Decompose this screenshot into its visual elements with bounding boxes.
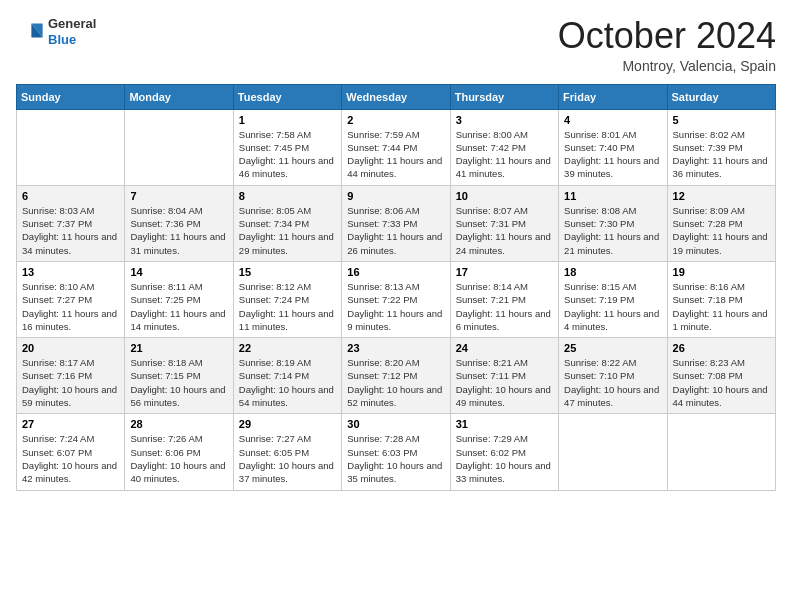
day-number: 28 bbox=[130, 418, 227, 430]
day-number: 25 bbox=[564, 342, 661, 354]
day-info: Sunrise: 7:27 AMSunset: 6:05 PMDaylight:… bbox=[239, 432, 336, 485]
day-number: 3 bbox=[456, 114, 553, 126]
calendar-week-row: 20Sunrise: 8:17 AMSunset: 7:16 PMDayligh… bbox=[17, 338, 776, 414]
day-info: Sunrise: 7:29 AMSunset: 6:02 PMDaylight:… bbox=[456, 432, 553, 485]
day-info: Sunrise: 7:26 AMSunset: 6:06 PMDaylight:… bbox=[130, 432, 227, 485]
calendar-cell: 25Sunrise: 8:22 AMSunset: 7:10 PMDayligh… bbox=[559, 338, 667, 414]
day-number: 31 bbox=[456, 418, 553, 430]
day-number: 20 bbox=[22, 342, 119, 354]
calendar-cell: 16Sunrise: 8:13 AMSunset: 7:22 PMDayligh… bbox=[342, 261, 450, 337]
day-number: 4 bbox=[564, 114, 661, 126]
calendar-cell: 8Sunrise: 8:05 AMSunset: 7:34 PMDaylight… bbox=[233, 185, 341, 261]
calendar-header-row: SundayMondayTuesdayWednesdayThursdayFrid… bbox=[17, 84, 776, 109]
calendar-cell: 31Sunrise: 7:29 AMSunset: 6:02 PMDayligh… bbox=[450, 414, 558, 490]
day-info: Sunrise: 8:14 AMSunset: 7:21 PMDaylight:… bbox=[456, 280, 553, 333]
calendar-cell: 2Sunrise: 7:59 AMSunset: 7:44 PMDaylight… bbox=[342, 109, 450, 185]
weekday-header: Saturday bbox=[667, 84, 775, 109]
calendar-cell: 26Sunrise: 8:23 AMSunset: 7:08 PMDayligh… bbox=[667, 338, 775, 414]
day-info: Sunrise: 8:08 AMSunset: 7:30 PMDaylight:… bbox=[564, 204, 661, 257]
day-number: 12 bbox=[673, 190, 770, 202]
day-number: 21 bbox=[130, 342, 227, 354]
day-info: Sunrise: 8:06 AMSunset: 7:33 PMDaylight:… bbox=[347, 204, 444, 257]
day-info: Sunrise: 8:18 AMSunset: 7:15 PMDaylight:… bbox=[130, 356, 227, 409]
day-number: 17 bbox=[456, 266, 553, 278]
day-number: 24 bbox=[456, 342, 553, 354]
calendar-cell bbox=[667, 414, 775, 490]
day-info: Sunrise: 8:20 AMSunset: 7:12 PMDaylight:… bbox=[347, 356, 444, 409]
day-info: Sunrise: 8:00 AMSunset: 7:42 PMDaylight:… bbox=[456, 128, 553, 181]
day-info: Sunrise: 8:19 AMSunset: 7:14 PMDaylight:… bbox=[239, 356, 336, 409]
day-info: Sunrise: 8:05 AMSunset: 7:34 PMDaylight:… bbox=[239, 204, 336, 257]
day-number: 9 bbox=[347, 190, 444, 202]
day-number: 2 bbox=[347, 114, 444, 126]
day-number: 5 bbox=[673, 114, 770, 126]
calendar-cell: 30Sunrise: 7:28 AMSunset: 6:03 PMDayligh… bbox=[342, 414, 450, 490]
title-block: October 2024 Montroy, Valencia, Spain bbox=[558, 16, 776, 74]
day-number: 30 bbox=[347, 418, 444, 430]
day-info: Sunrise: 8:12 AMSunset: 7:24 PMDaylight:… bbox=[239, 280, 336, 333]
calendar-week-row: 27Sunrise: 7:24 AMSunset: 6:07 PMDayligh… bbox=[17, 414, 776, 490]
calendar-cell: 1Sunrise: 7:58 AMSunset: 7:45 PMDaylight… bbox=[233, 109, 341, 185]
day-number: 10 bbox=[456, 190, 553, 202]
day-number: 6 bbox=[22, 190, 119, 202]
calendar-cell: 23Sunrise: 8:20 AMSunset: 7:12 PMDayligh… bbox=[342, 338, 450, 414]
day-number: 14 bbox=[130, 266, 227, 278]
day-number: 11 bbox=[564, 190, 661, 202]
calendar-cell: 11Sunrise: 8:08 AMSunset: 7:30 PMDayligh… bbox=[559, 185, 667, 261]
calendar-cell: 4Sunrise: 8:01 AMSunset: 7:40 PMDaylight… bbox=[559, 109, 667, 185]
logo-blue: Blue bbox=[48, 32, 96, 48]
day-info: Sunrise: 7:24 AMSunset: 6:07 PMDaylight:… bbox=[22, 432, 119, 485]
day-info: Sunrise: 8:02 AMSunset: 7:39 PMDaylight:… bbox=[673, 128, 770, 181]
calendar-cell: 14Sunrise: 8:11 AMSunset: 7:25 PMDayligh… bbox=[125, 261, 233, 337]
day-number: 7 bbox=[130, 190, 227, 202]
day-info: Sunrise: 8:07 AMSunset: 7:31 PMDaylight:… bbox=[456, 204, 553, 257]
calendar-cell: 24Sunrise: 8:21 AMSunset: 7:11 PMDayligh… bbox=[450, 338, 558, 414]
day-info: Sunrise: 7:58 AMSunset: 7:45 PMDaylight:… bbox=[239, 128, 336, 181]
logo-icon bbox=[16, 18, 44, 46]
day-info: Sunrise: 8:17 AMSunset: 7:16 PMDaylight:… bbox=[22, 356, 119, 409]
calendar-cell: 5Sunrise: 8:02 AMSunset: 7:39 PMDaylight… bbox=[667, 109, 775, 185]
day-info: Sunrise: 8:04 AMSunset: 7:36 PMDaylight:… bbox=[130, 204, 227, 257]
calendar-cell: 27Sunrise: 7:24 AMSunset: 6:07 PMDayligh… bbox=[17, 414, 125, 490]
day-number: 18 bbox=[564, 266, 661, 278]
weekday-header: Sunday bbox=[17, 84, 125, 109]
page-header: General Blue October 2024 Montroy, Valen… bbox=[16, 16, 776, 74]
day-info: Sunrise: 8:21 AMSunset: 7:11 PMDaylight:… bbox=[456, 356, 553, 409]
day-info: Sunrise: 8:23 AMSunset: 7:08 PMDaylight:… bbox=[673, 356, 770, 409]
calendar-cell: 6Sunrise: 8:03 AMSunset: 7:37 PMDaylight… bbox=[17, 185, 125, 261]
day-number: 8 bbox=[239, 190, 336, 202]
logo: General Blue bbox=[16, 16, 96, 47]
day-info: Sunrise: 8:09 AMSunset: 7:28 PMDaylight:… bbox=[673, 204, 770, 257]
day-number: 27 bbox=[22, 418, 119, 430]
day-info: Sunrise: 8:03 AMSunset: 7:37 PMDaylight:… bbox=[22, 204, 119, 257]
month-title: October 2024 bbox=[558, 16, 776, 56]
calendar-cell: 21Sunrise: 8:18 AMSunset: 7:15 PMDayligh… bbox=[125, 338, 233, 414]
calendar-cell: 15Sunrise: 8:12 AMSunset: 7:24 PMDayligh… bbox=[233, 261, 341, 337]
day-info: Sunrise: 8:10 AMSunset: 7:27 PMDaylight:… bbox=[22, 280, 119, 333]
calendar-cell: 13Sunrise: 8:10 AMSunset: 7:27 PMDayligh… bbox=[17, 261, 125, 337]
calendar-cell: 17Sunrise: 8:14 AMSunset: 7:21 PMDayligh… bbox=[450, 261, 558, 337]
day-number: 26 bbox=[673, 342, 770, 354]
day-info: Sunrise: 7:28 AMSunset: 6:03 PMDaylight:… bbox=[347, 432, 444, 485]
logo-general: General bbox=[48, 16, 96, 32]
calendar-cell: 20Sunrise: 8:17 AMSunset: 7:16 PMDayligh… bbox=[17, 338, 125, 414]
weekday-header: Monday bbox=[125, 84, 233, 109]
logo-text: General Blue bbox=[48, 16, 96, 47]
calendar-cell bbox=[559, 414, 667, 490]
calendar-cell: 10Sunrise: 8:07 AMSunset: 7:31 PMDayligh… bbox=[450, 185, 558, 261]
calendar-week-row: 1Sunrise: 7:58 AMSunset: 7:45 PMDaylight… bbox=[17, 109, 776, 185]
weekday-header: Wednesday bbox=[342, 84, 450, 109]
day-number: 22 bbox=[239, 342, 336, 354]
weekday-header: Friday bbox=[559, 84, 667, 109]
calendar-cell bbox=[17, 109, 125, 185]
day-number: 16 bbox=[347, 266, 444, 278]
day-info: Sunrise: 8:16 AMSunset: 7:18 PMDaylight:… bbox=[673, 280, 770, 333]
day-number: 13 bbox=[22, 266, 119, 278]
day-info: Sunrise: 7:59 AMSunset: 7:44 PMDaylight:… bbox=[347, 128, 444, 181]
calendar-cell: 19Sunrise: 8:16 AMSunset: 7:18 PMDayligh… bbox=[667, 261, 775, 337]
day-info: Sunrise: 8:22 AMSunset: 7:10 PMDaylight:… bbox=[564, 356, 661, 409]
day-number: 1 bbox=[239, 114, 336, 126]
calendar-cell: 18Sunrise: 8:15 AMSunset: 7:19 PMDayligh… bbox=[559, 261, 667, 337]
weekday-header: Tuesday bbox=[233, 84, 341, 109]
day-info: Sunrise: 8:11 AMSunset: 7:25 PMDaylight:… bbox=[130, 280, 227, 333]
